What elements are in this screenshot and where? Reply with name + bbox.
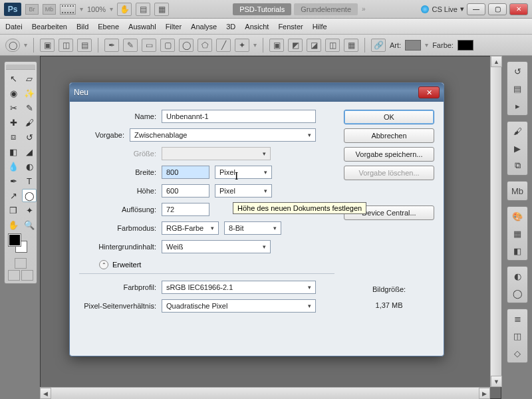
maximize-button[interactable]: ▢ [488,3,507,15]
menu-3d[interactable]: 3D [226,23,235,31]
hand-icon[interactable]: ✋ [117,3,132,16]
tool-marquee[interactable]: ▱ [22,72,37,85]
abbrechen-button[interactable]: Abbrechen [344,128,434,143]
adjustments-panel-icon[interactable]: ◐ [510,269,525,283]
close-button[interactable]: ✕ [509,3,528,15]
bits-combo[interactable]: 8-Bit▾ [224,221,281,235]
custom-shape-icon[interactable]: ✦ [235,39,249,52]
tool-path[interactable]: ↗ [6,189,21,202]
menu-ansicht[interactable]: Ansicht [245,23,269,31]
masks-panel-icon[interactable]: ◯ [510,287,525,300]
scroll-down-icon[interactable]: ▼ [491,376,502,387]
quickmask-icon[interactable] [15,258,27,269]
breite-unit-combo[interactable]: Pixel▾ [215,166,272,179]
line-icon[interactable]: ╱ [216,39,231,52]
menu-auswahl[interactable]: Auswahl [128,23,156,31]
tool-3d[interactable]: ❒ [6,203,21,217]
tool-crop[interactable]: ✂ [6,101,21,114]
scroll-up-icon[interactable]: ▲ [491,56,502,67]
scroll-left-icon[interactable]: ◀ [40,388,51,399]
color-panel-icon[interactable]: 🎨 [510,209,525,223]
menu-bearbeiten[interactable]: Bearbeiten [32,23,67,31]
aufloesung-input[interactable] [162,203,209,216]
tool-stamp[interactable]: ⧈ [6,130,21,144]
erweitert-toggle[interactable]: ⌃ [99,260,108,269]
fill-icon[interactable]: ▤ [77,39,92,52]
scrollbar-horizontal[interactable]: ◀ ▶ [40,387,490,399]
freeform-icon[interactable]: ✎ [123,39,138,52]
actions-panel-icon[interactable]: ▤ [510,82,525,95]
docs-icon[interactable]: ▤ [136,3,150,16]
tool-eyedropper[interactable]: ✎ [22,101,37,114]
tool-gradient[interactable]: ◢ [22,145,37,158]
dialog-titlebar[interactable]: Neu ✕ [70,83,444,102]
ok-button[interactable]: OK [344,110,434,124]
dialog-close-button[interactable]: ✕ [418,86,440,98]
vorgabe-speichern-button[interactable]: Vorgabe speichern... [344,147,434,162]
farbprofil-combo[interactable]: sRGB IEC61966-2.1▾ [162,281,316,294]
menu-ebene[interactable]: Ebene [98,23,119,31]
hoehe-unit-combo[interactable]: Pixel▾ [215,184,272,198]
roundrect-icon[interactable]: ▢ [160,39,175,52]
tool-blur[interactable]: 💧 [6,160,21,173]
cslive-button[interactable]: CS Live ▾ [421,5,464,13]
combine-new-icon[interactable]: ▣ [269,39,284,52]
foreground-color[interactable] [9,234,21,246]
tool-preset-icon[interactable]: ◯ [5,39,20,52]
menu-analyse[interactable]: Analyse [191,23,217,31]
brush-presets-panel-icon[interactable]: ▶ [510,142,525,155]
bridge-icon[interactable]: Br [25,4,39,15]
tool-presets-panel-icon[interactable]: ▸ [510,99,525,112]
rect-icon[interactable]: ▭ [142,39,156,52]
combine-add-icon[interactable]: ◩ [288,39,303,52]
scroll-right-icon[interactable]: ▶ [479,388,490,399]
hoehe-input[interactable] [162,184,209,198]
tool-brush[interactable]: 🖌 [22,116,37,129]
tool-zoom[interactable]: 🔍 [22,218,37,231]
aspect-combo[interactable]: Quadratische Pixel▾ [162,299,316,313]
workspace-tab-tutorials[interactable]: PSD-Tutorials [233,3,291,15]
path-icon[interactable]: ◫ [59,39,73,52]
workspace-tab-grundelemente[interactable]: Grundelemente [294,3,358,15]
tool-3d-camera[interactable]: ✦ [22,203,37,217]
hintergrund-combo[interactable]: Weiß▾ [162,240,271,253]
tool-wand[interactable]: ✨ [22,86,37,100]
history-panel-icon[interactable]: ↺ [510,65,525,78]
breite-input[interactable] [162,166,209,179]
tool-dodge[interactable]: ◐ [22,160,37,173]
combine-intersect-icon[interactable]: ◫ [325,39,340,52]
foreground-background-colors[interactable] [6,234,35,257]
zoom-level[interactable]: 100% [87,5,106,13]
style-swatch[interactable] [405,40,421,51]
grid-icon[interactable]: ▦ [154,3,169,16]
more-icon[interactable]: » [362,5,366,13]
farbmodus-combo[interactable]: RGB-Farbe▾ [162,221,219,235]
menu-hilfe[interactable]: Hilfe [313,23,327,31]
minimize-button[interactable]: — [467,3,485,15]
screenmode-standard-icon[interactable] [8,270,20,281]
tool-pen[interactable]: ✒ [6,174,21,188]
tool-eraser[interactable]: ◧ [6,145,21,158]
brush-panel-icon[interactable]: 🖌 [510,124,525,138]
tool-type[interactable]: T [22,174,37,188]
ellipse-icon[interactable]: ◯ [179,39,194,52]
menu-datei[interactable]: Datei [5,23,23,31]
paths-panel-icon[interactable]: ◇ [510,346,525,360]
shape-layer-icon[interactable]: ▣ [40,39,55,52]
screenmode-full-icon[interactable] [21,270,33,281]
tool-hand[interactable]: ✋ [6,218,21,231]
tool-history[interactable]: ↺ [22,130,37,144]
minibridge-panel-icon[interactable]: Mb [510,184,525,198]
tool-shape-ellipse[interactable]: ◯ [22,189,37,202]
swatches-panel-icon[interactable]: ▦ [510,227,525,240]
scrollbar-vertical[interactable]: ▲ ▼ [490,56,501,387]
menu-fenster[interactable]: Fenster [278,23,303,31]
channels-panel-icon[interactable]: ◫ [510,329,525,342]
minibridge-icon[interactable]: Mb [43,4,56,15]
tool-lasso[interactable]: ◉ [6,86,21,100]
tool-move[interactable]: ↖ [6,72,21,85]
toolbox-grip[interactable] [6,65,35,70]
pen-icon[interactable]: ✒ [104,39,119,52]
name-input[interactable] [162,110,316,123]
link-icon[interactable]: 🔗 [371,39,386,52]
